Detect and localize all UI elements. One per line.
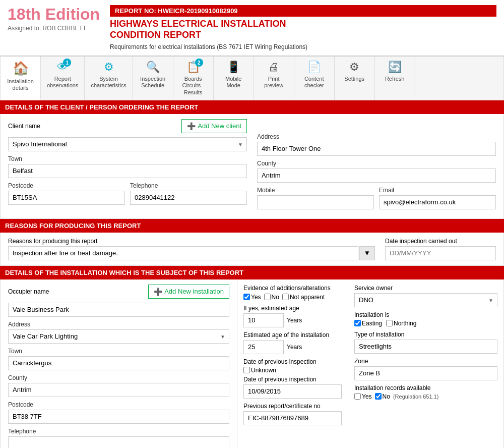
county-label: County: [257, 160, 496, 167]
evidence-not-apparent-checkbox[interactable]: [282, 294, 289, 300]
unknown-checkbox[interactable]: [243, 367, 250, 373]
nav-system-characteristics[interactable]: ⚙ Systemcharacteristics: [85, 57, 133, 100]
inst-town-input[interactable]: [8, 356, 229, 370]
nav-refresh[interactable]: 🔄 Refresh: [375, 57, 415, 100]
reasons-input[interactable]: [8, 246, 358, 260]
evidence-yes-checkbox[interactable]: [243, 294, 250, 300]
reasons-left: Reasons for producing this report ▼: [8, 238, 375, 260]
estimated-age-label: Estimated age of the installation: [243, 331, 342, 339]
nav-content-checker[interactable]: 📄 Contentchecker: [294, 57, 335, 100]
inst-address-select[interactable]: Vale Car Park Lighting: [8, 329, 229, 344]
occupier-name-input[interactable]: [8, 303, 229, 317]
gear-icon: ⚙: [104, 61, 114, 74]
report-no-bar: REPORT NO: HWEICR-20190910082909: [110, 5, 496, 17]
date-prev-label: Date of previous inspection: [243, 358, 342, 365]
evidence-not-apparent-label[interactable]: Not apparent: [282, 294, 325, 301]
address-label: Address: [257, 133, 496, 140]
postcode-group: Postcode: [8, 182, 125, 205]
service-owner-select[interactable]: DNO: [354, 293, 497, 307]
service-owner-select-wrapper: DNO: [354, 293, 497, 307]
telephone-input[interactable]: [130, 191, 247, 205]
county-input[interactable]: [257, 169, 496, 183]
inst-telephone-input[interactable]: [8, 436, 229, 448]
town-label: Town: [8, 155, 247, 162]
county-group: County: [257, 160, 496, 183]
inst-records-checkboxes: Yes No (Regulation 651.1): [354, 393, 497, 400]
nav-report-observations[interactable]: 👁1 Reportobservations: [41, 57, 85, 100]
type-installation-label: Type of installation: [354, 331, 497, 338]
reasons-form: Reasons for producing this report ▼ Date…: [0, 233, 504, 266]
app-title: 18th Edition: [8, 5, 100, 24]
home-icon: 🏠: [13, 61, 29, 76]
inst-address-group: Address Vale Car Park Lighting: [8, 321, 229, 344]
date-prev-group: Date of previous inspection Unknown: [243, 358, 342, 374]
email-input[interactable]: [379, 195, 496, 209]
inst-town-group: Town: [8, 348, 229, 370]
nav-boards-circuits[interactable]: 📋2 BoardsCircuits -Results: [173, 57, 214, 100]
inst-telephone-group: Telephone: [8, 428, 229, 448]
evidence-yes-label[interactable]: Yes: [243, 294, 261, 301]
reasons-section-header: REASONS FOR PRODUCING THIS REPORT: [0, 219, 504, 233]
search-icon: 🔍: [146, 61, 160, 74]
settings-icon: ⚙: [349, 61, 359, 74]
postcode-input[interactable]: [8, 191, 125, 205]
date-prev-label2: Date of previous inspection: [243, 376, 342, 383]
telephone-group: Telephone: [130, 182, 247, 205]
evidence-label: Evidence of additions/alterations: [243, 285, 342, 292]
reasons-section: REASONS FOR PRODUCING THIS REPORT Reason…: [0, 219, 504, 266]
nav-inspection-schedule[interactable]: 🔍 InspectionSchedule: [133, 57, 173, 100]
evidence-no-label[interactable]: No: [264, 294, 279, 301]
client-form-inner: Client name ➕ Add New client Spivo Inter…: [8, 119, 496, 213]
prev-report-label: Previous report/certificate no: [243, 403, 342, 410]
type-installation-input[interactable]: [354, 340, 497, 354]
zone-input[interactable]: [354, 366, 497, 380]
inst-no-label[interactable]: No: [375, 393, 390, 400]
town-group: Town: [8, 155, 247, 178]
inst-yes-checkbox[interactable]: [354, 393, 361, 400]
evidence-no-checkbox[interactable]: [264, 294, 271, 300]
easting-checkbox[interactable]: [354, 320, 361, 326]
client-section-header: DETAILS OF THE CLIENT / PERSON ORDERING …: [0, 100, 504, 114]
address-input[interactable]: [257, 142, 496, 156]
northing-label[interactable]: Northing: [386, 320, 416, 327]
inst-county-group: County: [8, 374, 229, 397]
if-yes-age-input[interactable]: [243, 313, 284, 327]
add-client-button[interactable]: ➕ Add New client: [181, 119, 247, 133]
inst-telephone-label: Telephone: [8, 428, 229, 435]
nav-print-preview[interactable]: 🖨 Printpreview: [254, 57, 294, 100]
easting-label[interactable]: Easting: [354, 320, 382, 327]
if-yes-age-label: If yes, estimated age: [243, 305, 342, 312]
client-section: DETAILS OF THE CLIENT / PERSON ORDERING …: [0, 100, 504, 219]
prev-report-input[interactable]: [243, 411, 342, 425]
plus-icon: ➕: [187, 122, 196, 130]
nav-installation-details[interactable]: 🏠 Installationdetails: [1, 57, 41, 100]
estimated-age-input[interactable]: [243, 340, 284, 354]
inst-address-label: Address: [8, 321, 229, 328]
years-label-2: Years: [287, 344, 302, 351]
reasons-inner: Reasons for producing this report ▼ Date…: [8, 238, 496, 260]
installation-form: Occupier name ➕ Add New installation Add…: [0, 279, 504, 448]
inst-county-input[interactable]: [8, 383, 229, 397]
zone-group: Zone: [354, 358, 497, 380]
inst-county-label: County: [8, 374, 229, 381]
installation-left: Occupier name ➕ Add New installation Add…: [1, 279, 237, 448]
inst-no-checkbox[interactable]: [375, 393, 382, 400]
unknown-label[interactable]: Unknown: [243, 367, 342, 374]
inst-postcode-input[interactable]: [8, 410, 229, 424]
add-installation-button[interactable]: ➕ Add New installation: [148, 285, 229, 299]
report-title: HIGHWAYS ELECTRICAL INSTALLATION CONDITI…: [110, 17, 496, 42]
nav-mobile-mode[interactable]: 📱 MobileMode: [214, 57, 254, 100]
inst-postcode-label: Postcode: [8, 401, 229, 408]
inst-yes-label[interactable]: Yes: [354, 393, 372, 400]
northing-checkbox[interactable]: [386, 320, 393, 326]
town-input[interactable]: [8, 164, 247, 178]
date-prev-input[interactable]: [243, 384, 342, 399]
report-subtitle: Requirements for electrical installation…: [110, 42, 496, 50]
client-name-select[interactable]: Spivo International: [8, 137, 247, 151]
header-right: REPORT NO: HWEICR-20190910082909 HIGHWAY…: [110, 5, 496, 50]
nav-settings[interactable]: ⚙ Settings: [335, 57, 375, 100]
mobile-input[interactable]: [257, 195, 374, 209]
date-inspection-input[interactable]: [385, 246, 496, 260]
reasons-dropdown-button[interactable]: ▼: [359, 246, 375, 260]
inst-town-label: Town: [8, 348, 229, 355]
